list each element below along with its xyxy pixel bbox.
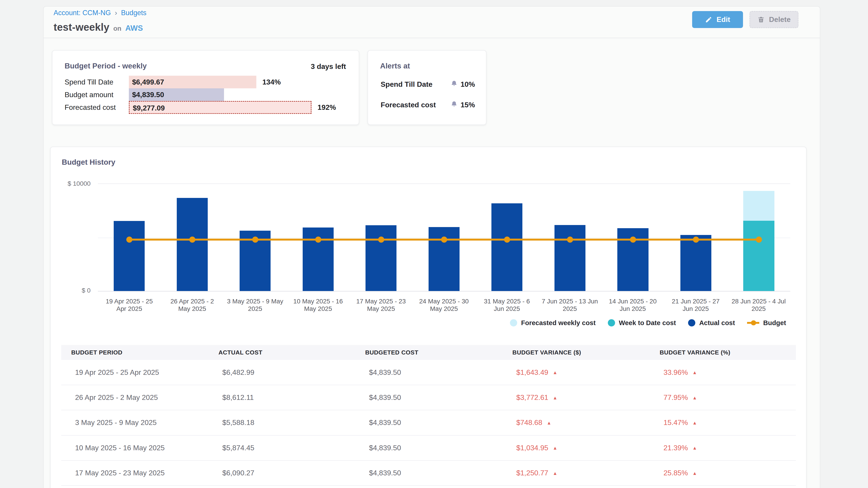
cell-budget-variance-pct: 25.85%▲ — [650, 469, 796, 477]
alert-row: Forecasted cost15% — [381, 100, 475, 110]
cloud-provider-label: AWS — [125, 24, 143, 33]
delete-button[interactable]: Delete — [749, 11, 798, 28]
cell-budget-period: 17 May 2025 - 23 May 2025 — [61, 469, 209, 477]
forecast-bar: $9,277.09 — [129, 101, 311, 113]
breadcrumb-budgets-link[interactable]: Budgets — [121, 9, 146, 17]
table-row: 19 Apr 2025 - 25 Apr 2025$6,482.99$4,839… — [61, 360, 796, 385]
cell-budget-period: 26 Apr 2025 - 2 May 2025 — [61, 393, 209, 402]
cell-budget-variance-usd: $748.68▲ — [502, 418, 650, 427]
up-triangle-icon: ▲ — [553, 445, 557, 451]
cell-budget-period: 10 May 2025 - 16 May 2025 — [61, 444, 209, 452]
budget-line-point — [252, 236, 258, 242]
y-axis-label-max: $ 10000 — [51, 180, 90, 187]
table-header-row: BUDGET PERIOD ACTUAL COST BUDGETED COST … — [61, 345, 796, 360]
header-actions: Edit Delete — [692, 11, 798, 28]
column-header-budget-variance-pct: BUDGET VARIANCE (%) — [650, 349, 796, 356]
up-triangle-icon: ▲ — [692, 445, 697, 451]
cell-budgeted-cost: $4,839.50 — [355, 418, 502, 427]
x-axis-label: 26 Apr 2025 - 2 May 2025 — [161, 294, 223, 313]
budget-bar-row: Forecasted cost$9,277.09192% — [53, 101, 359, 113]
budget-line-series — [98, 184, 790, 292]
budget-line-point — [756, 236, 762, 242]
alert-label: Forecasted cost — [381, 101, 451, 109]
x-axis-label: 17 May 2025 - 23 May 2025 — [349, 294, 412, 313]
table-row: 10 May 2025 - 16 May 2025$5,874.45$4,839… — [61, 435, 796, 461]
alert-threshold-group: 15% — [451, 100, 475, 110]
x-axis-labels: 19 Apr 2025 - 25 Apr 202526 Apr 2025 - 2… — [98, 294, 790, 313]
budget-line-point — [693, 236, 699, 242]
x-axis-label: 31 May 2025 - 6 Jun 2025 — [475, 294, 538, 313]
column-header-actual-cost: ACTUAL COST — [209, 349, 355, 356]
legend-item-actual[interactable]: Actual cost — [688, 319, 735, 327]
x-axis-label: 24 May 2025 - 30 May 2025 — [412, 294, 475, 313]
cell-actual-cost: $5,874.45 — [209, 444, 355, 452]
budget-history-title: Budget History — [62, 158, 115, 166]
cell-budget-variance-pct: 15.47%▲ — [650, 418, 796, 427]
cell-budget-period: 3 May 2025 - 9 May 2025 — [61, 418, 209, 427]
forecasted-legend-dot-icon — [510, 319, 517, 326]
chart-plot-area — [98, 184, 790, 291]
title-connector: on — [113, 25, 121, 32]
budget-period-card-title: Budget Period - weekly — [65, 62, 147, 70]
legend-label: Week to Date cost — [619, 319, 676, 327]
budget-line-point — [567, 236, 573, 242]
legend-item-week-to-date[interactable]: Week to Date cost — [608, 319, 676, 327]
cell-budgeted-cost: $4,839.50 — [355, 444, 502, 452]
up-triangle-icon: ▲ — [553, 395, 557, 400]
delete-button-label: Delete — [769, 15, 791, 24]
x-axis-label: 14 Jun 2025 - 20 Jun 2025 — [601, 294, 664, 313]
cell-budget-variance-usd: $3,772.61▲ — [502, 393, 650, 402]
cell-budget-period: 19 Apr 2025 - 25 Apr 2025 — [61, 368, 209, 377]
cell-budget-variance-pct: 33.96%▲ — [650, 368, 796, 377]
budget-line-point — [315, 236, 321, 242]
budget-line-point — [441, 236, 447, 242]
spend-bar: $6,499.67 — [129, 76, 256, 88]
budget-line-point — [189, 236, 195, 242]
x-axis-label: 28 Jun 2025 - 4 Jul 2025 — [727, 294, 790, 313]
cell-budget-variance-usd: $1,034.95▲ — [502, 444, 650, 452]
budget-line-point — [126, 236, 132, 242]
up-triangle-icon: ▲ — [553, 370, 557, 375]
x-axis-label: 19 Apr 2025 - 25 Apr 2025 — [98, 294, 161, 313]
x-axis-label: 7 Jun 2025 - 13 Jun 2025 — [538, 294, 601, 313]
legend-label: Budget — [763, 319, 786, 327]
bell-icon — [451, 79, 458, 90]
budget-line-point — [630, 236, 636, 242]
breadcrumb-account-link[interactable]: Account: CCM-NG — [54, 9, 111, 17]
table-row: 17 May 2025 - 23 May 2025$6,090.27$4,839… — [61, 461, 796, 486]
cell-actual-cost: $8,612.11 — [209, 393, 355, 402]
alerts-card: Alerts at Spend Till Date10%Forecasted c… — [368, 50, 487, 125]
column-header-budget-variance-usd: BUDGET VARIANCE ($) — [502, 349, 650, 356]
alert-threshold-value: 15% — [461, 101, 475, 109]
legend-item-forecasted[interactable]: Forecasted weekly cost — [510, 319, 596, 327]
y-axis-label-zero: $ 0 — [51, 287, 90, 294]
cell-actual-cost: $6,090.27 — [209, 469, 355, 477]
trash-icon — [757, 16, 765, 23]
budget-bar-row: Spend Till Date$6,499.67134% — [53, 76, 359, 88]
alert-threshold-group: 10% — [451, 79, 475, 90]
alert-threshold-value: 10% — [461, 80, 475, 89]
up-triangle-icon: ▲ — [692, 420, 697, 425]
chart-legend: Forecasted weekly cost Week to Date cost… — [510, 319, 786, 327]
legend-item-budget[interactable]: Budget — [747, 319, 786, 327]
cell-budget-variance-pct: 21.39%▲ — [650, 444, 796, 452]
budget-period-rows: Spend Till Date$6,499.67134%Budget amoun… — [53, 76, 359, 114]
budget-line-point — [504, 236, 510, 242]
alerts-card-title: Alerts at — [380, 62, 410, 70]
legend-label: Actual cost — [699, 319, 735, 327]
budget-bar-label: Spend Till Date — [53, 76, 129, 88]
edit-button-label: Edit — [717, 15, 730, 24]
cell-budget-variance-usd: $1,643.49▲ — [502, 368, 650, 377]
table-row: 3 May 2025 - 9 May 2025$5,588.18$4,839.5… — [61, 410, 796, 435]
breadcrumb: Account: CCM-NG › Budgets — [54, 9, 147, 17]
budget-bar-label: Forecasted cost — [53, 101, 129, 113]
week-to-date-legend-dot-icon — [608, 319, 615, 326]
up-triangle-icon: ▲ — [692, 370, 697, 375]
pencil-icon — [705, 16, 712, 23]
edit-button[interactable]: Edit — [692, 11, 743, 28]
budget-bar-percent: 134% — [262, 76, 281, 88]
actual-legend-dot-icon — [688, 319, 695, 326]
alert-label: Spend Till Date — [381, 80, 451, 89]
bell-icon — [451, 100, 458, 110]
x-axis-label: 3 May 2025 - 9 May 2025 — [223, 294, 286, 313]
